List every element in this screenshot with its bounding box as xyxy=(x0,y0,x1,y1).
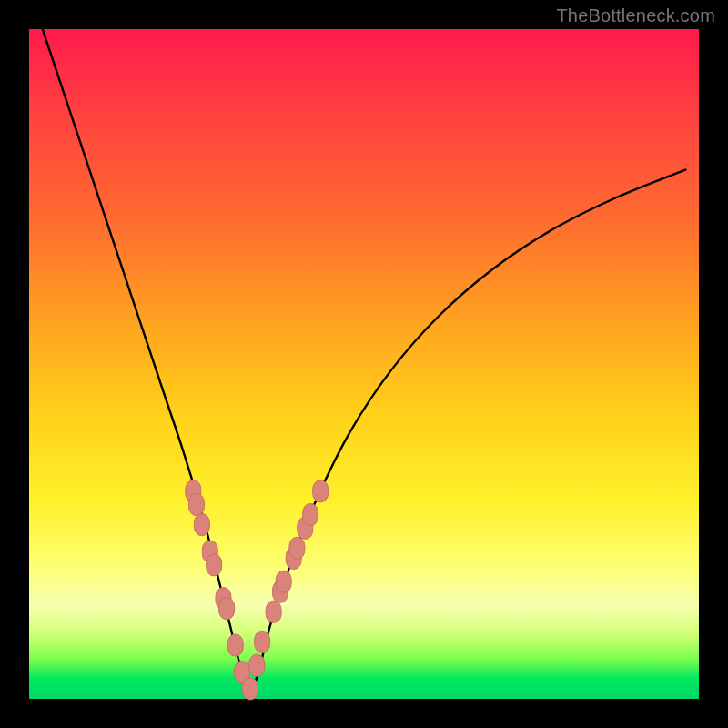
marker-point xyxy=(194,514,209,536)
marker-point xyxy=(249,654,265,676)
watermark-text: TheBottleneck.com xyxy=(556,5,715,26)
bottleneck-curve xyxy=(43,29,686,693)
marker-point xyxy=(242,678,258,700)
marker-point xyxy=(228,634,243,656)
marker-point xyxy=(266,601,281,622)
marker-group xyxy=(186,480,329,700)
plot-area xyxy=(29,29,699,699)
marker-point xyxy=(276,571,291,592)
marker-point xyxy=(313,480,329,502)
marker-point xyxy=(303,504,318,526)
chart-svg xyxy=(29,29,699,699)
marker-point xyxy=(189,494,205,516)
marker-point xyxy=(255,631,270,652)
marker-point xyxy=(289,537,305,559)
marker-point xyxy=(207,554,222,576)
chart-stage: TheBottleneck.com xyxy=(0,0,728,728)
marker-point xyxy=(219,598,235,620)
